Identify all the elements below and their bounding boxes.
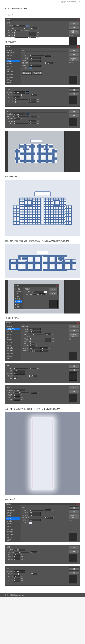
label-fold-thickness: 这里为衬体现衣肩折叠的厚度，用布尔运算做了一个厚度边，添加图层样式两图案叠加 (5, 240, 80, 242)
sleeve-left (15, 149, 20, 164)
sleeve-right (52, 149, 58, 164)
color-swatch[interactable] (29, 67, 32, 69)
cancel-button[interactable]: 取消 (69, 53, 79, 56)
cancel-button[interactable]: 取消 (69, 26, 79, 29)
checkbox-icon[interactable] (6, 52, 8, 54)
ps-dialog-strip-innershadow: 内阴影 混合模式:正片叠底 不透明度(O):30% 角度(A):90度 距离(D… (5, 385, 80, 404)
watermark-top: 小编选花花_WWW.ZCOOL.COM (5, 0, 80, 4)
color-swatch[interactable] (26, 25, 29, 27)
result-folded-shirt (5, 244, 80, 278)
newstyle-button[interactable]: 新建样式(W)... (69, 30, 79, 34)
angle-input[interactable]: 90 (14, 30, 20, 32)
ps-dialog-strip-stroke: 描边 大小(S):1像素 位置:内部 混合模式:正常 不透明度(O):100% … (5, 364, 80, 383)
step-heading: 4、接下来分别添加图层样式 (5, 7, 80, 10)
ps-dialog-final-innershadow: 内阴影 混合模式:正片叠底 不透明度(O):30% 角度(A):90度 距离(D… (5, 545, 80, 564)
placket (35, 144, 37, 163)
shirt-collar (30, 139, 42, 142)
ps-canvas[interactable] (8, 130, 64, 172)
ps-workspace-shirt (5, 130, 80, 172)
pocket-right (44, 146, 49, 150)
label-after-add: 添加之后的效果 (5, 175, 80, 178)
ps-dialog-final-dropshadow: 投影 混合模式:正片叠底 不透明度(O):20% 角度(A):90度 距离(D)… (5, 566, 80, 586)
ps-dialog-collar-dropshadow: 投影 混合模式:正片叠底 不透明度(O):20% 角度(A):90度 距离(D)… (5, 109, 80, 128)
blend-mode-select[interactable]: 正片叠底 (14, 25, 25, 27)
label-shirt-body: "衬衫主体" (5, 13, 80, 16)
close-icon[interactable]: × (77, 503, 79, 505)
result-strip (5, 412, 80, 495)
ps-dialog-body-innershadow: 图层样式 × 内阴影 混合模式:正片叠底 不透明度(O):60% 角度(A):9… (5, 18, 80, 37)
label-add-layer-style: 添加图层样式 (5, 498, 80, 501)
close-icon[interactable]: × (77, 322, 79, 324)
sidebar-stroke[interactable]: 描边 (6, 60, 20, 62)
close-icon[interactable]: × (77, 18, 79, 20)
strip-rect-outline (32, 419, 53, 488)
label-strip-rect: 画出1到2个像素宽度矩形形用来增加中间排厚度（色值 a8b0d5，模式柔光） (5, 408, 80, 410)
shirt-artwork (20, 139, 53, 163)
preview-thumb (69, 37, 78, 46)
ok-button[interactable]: 确定 (69, 22, 79, 25)
ps-dialog-collar-stroke: 图层样式× 混合选项 斜面和浮雕 等高线 纹理 描边 内阴影 内发光 光泽 颜色… (5, 45, 80, 85)
preview-check[interactable]: 预览(V) (69, 35, 79, 36)
opacity-input[interactable]: 60 (31, 27, 37, 29)
close-icon[interactable]: × (56, 285, 58, 286)
sidebar-bevel[interactable]: 斜面和浮雕 (6, 52, 20, 54)
ps-dialog-final-stroke: 图层样式× 混合选项 斜面和浮雕 等高线 纹理 描边 内阴影 内发光 光泽 颜色… (5, 503, 80, 542)
pocket-left (24, 146, 29, 150)
watermark-bottom: 站酷小姐生活淡 zcool.com.cn (0, 593, 85, 597)
styles-sidebar: 混合选项 斜面和浮雕 等高线 纹理 描边 内阴影 内发光 光泽 颜色叠加 渐变叠… (5, 48, 21, 85)
ps-toolbar[interactable] (5, 130, 8, 172)
sidebar-blend[interactable]: 混合选项 (6, 49, 20, 52)
page: 小编选花花_WWW.ZCOOL.COM 4、接下来分别添加图层样式 "衬衫主体"… (0, 0, 85, 593)
ps-dialog-strip-bevel: 图层样式× 混合选项 斜面和浮雕 等高线 纹理 描边 内阴影 内发光 光泽 颜色… (5, 322, 80, 361)
opacity-slider[interactable] (15, 28, 29, 28)
ps-dialog-collar-innershadow: 内阴影 混合模式:正片叠底 不透明度(O):40% 角度(A):90度 距离(D… (5, 87, 80, 107)
result-shirt (5, 180, 80, 236)
panel-title: 内阴影 (6, 22, 67, 24)
ps-layers-panel[interactable] (64, 130, 80, 172)
close-icon[interactable]: × (77, 46, 79, 48)
dialog-titlebar[interactable]: 图层样式 × (5, 18, 80, 21)
ok-button[interactable]: 确定 (69, 49, 79, 52)
label-middle-strip: "中间排" 图层样式 (5, 316, 80, 320)
ps-workspace-fold: 图层样式× 混合选项 斜面和浮雕 描边 内阴影 颜色叠加 内发光 投影 颜色叠加… (5, 280, 80, 314)
dialog-title: 图层样式 (6, 18, 11, 20)
